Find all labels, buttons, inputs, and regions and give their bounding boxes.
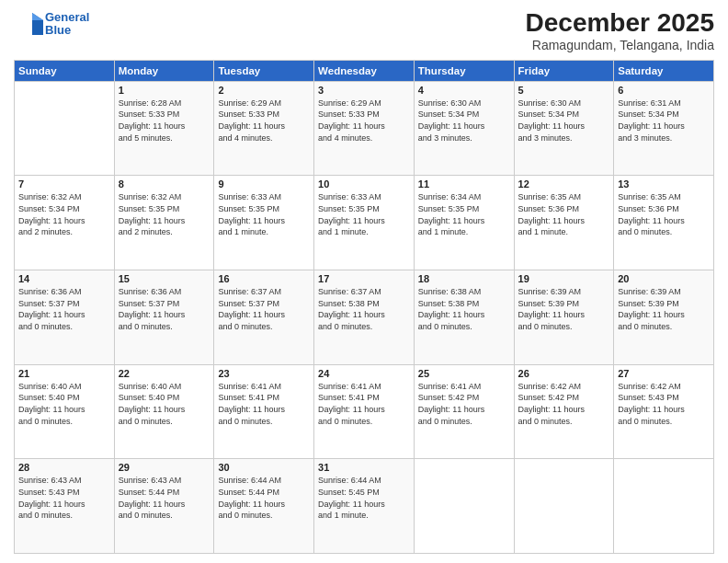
calendar-cell: 3Sunrise: 6:29 AMSunset: 5:33 PMDaylight… xyxy=(314,81,415,176)
day-number: 5 xyxy=(518,85,610,96)
calendar-cell: 2Sunrise: 6:29 AMSunset: 5:33 PMDaylight… xyxy=(214,81,314,176)
day-number: 20 xyxy=(618,273,710,284)
title-block: December 2025 Ramagundam, Telangana, Ind… xyxy=(526,9,714,52)
day-number: 29 xyxy=(119,462,210,473)
logo-icon xyxy=(14,9,43,39)
weekday-header: Wednesday xyxy=(314,60,415,81)
calendar-cell: 5Sunrise: 6:30 AMSunset: 5:34 PMDaylight… xyxy=(514,81,614,176)
calendar: SundayMondayTuesdayWednesdayThursdayFrid… xyxy=(14,60,714,554)
calendar-week-row: 1Sunrise: 6:28 AMSunset: 5:33 PMDaylight… xyxy=(15,81,714,176)
calendar-cell: 6Sunrise: 6:31 AMSunset: 5:34 PMDaylight… xyxy=(614,81,714,176)
day-info: Sunrise: 6:30 AMSunset: 5:34 PMDaylight:… xyxy=(418,98,510,144)
calendar-cell: 26Sunrise: 6:42 AMSunset: 5:42 PMDayligh… xyxy=(514,364,614,459)
calendar-week-row: 21Sunrise: 6:40 AMSunset: 5:40 PMDayligh… xyxy=(15,364,714,459)
day-number: 1 xyxy=(119,85,210,96)
day-info: Sunrise: 6:37 AMSunset: 5:37 PMDaylight:… xyxy=(218,286,310,332)
calendar-cell: 25Sunrise: 6:41 AMSunset: 5:42 PMDayligh… xyxy=(414,364,514,459)
day-number: 18 xyxy=(418,273,510,284)
weekday-header: Monday xyxy=(114,60,214,81)
day-info: Sunrise: 6:41 AMSunset: 5:41 PMDaylight:… xyxy=(218,381,310,427)
day-info: Sunrise: 6:32 AMSunset: 5:35 PMDaylight:… xyxy=(119,191,210,237)
day-info: Sunrise: 6:29 AMSunset: 5:33 PMDaylight:… xyxy=(318,98,410,144)
logo: General Blue xyxy=(14,9,89,39)
calendar-cell: 27Sunrise: 6:42 AMSunset: 5:43 PMDayligh… xyxy=(614,364,714,459)
day-info: Sunrise: 6:31 AMSunset: 5:34 PMDaylight:… xyxy=(618,98,710,144)
day-number: 2 xyxy=(218,85,310,96)
calendar-cell: 12Sunrise: 6:35 AMSunset: 5:36 PMDayligh… xyxy=(514,176,614,270)
logo-text-line1: General xyxy=(45,11,89,24)
weekday-header: Tuesday xyxy=(214,60,314,81)
day-info: Sunrise: 6:33 AMSunset: 5:35 PMDaylight:… xyxy=(218,191,310,237)
calendar-cell: 22Sunrise: 6:40 AMSunset: 5:40 PMDayligh… xyxy=(114,364,214,459)
day-info: Sunrise: 6:43 AMSunset: 5:44 PMDaylight:… xyxy=(119,475,210,521)
day-number: 25 xyxy=(418,368,510,379)
day-info: Sunrise: 6:39 AMSunset: 5:39 PMDaylight:… xyxy=(518,286,610,332)
day-number: 27 xyxy=(618,368,710,379)
day-info: Sunrise: 6:42 AMSunset: 5:43 PMDaylight:… xyxy=(618,381,710,427)
day-number: 7 xyxy=(18,178,110,190)
day-number: 26 xyxy=(518,368,610,379)
day-number: 12 xyxy=(518,178,610,190)
day-info: Sunrise: 6:39 AMSunset: 5:39 PMDaylight:… xyxy=(618,286,710,332)
logo-text-line2: Blue xyxy=(45,24,89,37)
day-number: 19 xyxy=(518,273,610,284)
day-number: 3 xyxy=(318,85,410,96)
day-info: Sunrise: 6:30 AMSunset: 5:34 PMDaylight:… xyxy=(518,98,610,144)
calendar-cell: 14Sunrise: 6:36 AMSunset: 5:37 PMDayligh… xyxy=(15,270,115,365)
day-number: 24 xyxy=(318,368,410,379)
calendar-cell: 31Sunrise: 6:44 AMSunset: 5:45 PMDayligh… xyxy=(314,459,415,554)
day-info: Sunrise: 6:36 AMSunset: 5:37 PMDaylight:… xyxy=(119,286,210,332)
calendar-week-row: 28Sunrise: 6:43 AMSunset: 5:43 PMDayligh… xyxy=(15,459,714,554)
calendar-cell: 9Sunrise: 6:33 AMSunset: 5:35 PMDaylight… xyxy=(214,176,314,270)
calendar-cell: 10Sunrise: 6:33 AMSunset: 5:35 PMDayligh… xyxy=(314,176,415,270)
calendar-cell: 8Sunrise: 6:32 AMSunset: 5:35 PMDaylight… xyxy=(114,176,214,270)
calendar-cell: 23Sunrise: 6:41 AMSunset: 5:41 PMDayligh… xyxy=(214,364,314,459)
calendar-week-row: 7Sunrise: 6:32 AMSunset: 5:34 PMDaylight… xyxy=(15,176,714,270)
calendar-cell: 20Sunrise: 6:39 AMSunset: 5:39 PMDayligh… xyxy=(614,270,714,365)
calendar-header-row: SundayMondayTuesdayWednesdayThursdayFrid… xyxy=(15,60,714,81)
weekday-header: Saturday xyxy=(614,60,714,81)
svg-marker-1 xyxy=(32,13,43,20)
location-title: Ramagundam, Telangana, India xyxy=(526,38,714,52)
calendar-cell: 11Sunrise: 6:34 AMSunset: 5:35 PMDayligh… xyxy=(414,176,514,270)
day-number: 31 xyxy=(318,462,410,473)
day-info: Sunrise: 6:44 AMSunset: 5:44 PMDaylight:… xyxy=(218,475,310,521)
day-info: Sunrise: 6:38 AMSunset: 5:38 PMDaylight:… xyxy=(418,286,510,332)
day-number: 23 xyxy=(218,368,310,379)
day-number: 22 xyxy=(119,368,210,379)
day-info: Sunrise: 6:40 AMSunset: 5:40 PMDaylight:… xyxy=(18,381,110,427)
day-info: Sunrise: 6:28 AMSunset: 5:33 PMDaylight:… xyxy=(119,98,210,144)
day-info: Sunrise: 6:36 AMSunset: 5:37 PMDaylight:… xyxy=(18,286,110,332)
calendar-cell: 19Sunrise: 6:39 AMSunset: 5:39 PMDayligh… xyxy=(514,270,614,365)
calendar-cell xyxy=(514,459,614,554)
day-info: Sunrise: 6:40 AMSunset: 5:40 PMDaylight:… xyxy=(119,381,210,427)
day-number: 21 xyxy=(18,368,110,379)
calendar-cell xyxy=(15,81,115,176)
day-number: 15 xyxy=(119,273,210,284)
day-number: 14 xyxy=(18,273,110,284)
day-number: 17 xyxy=(318,273,410,284)
calendar-week-row: 14Sunrise: 6:36 AMSunset: 5:37 PMDayligh… xyxy=(15,270,714,365)
calendar-cell: 7Sunrise: 6:32 AMSunset: 5:34 PMDaylight… xyxy=(15,176,115,270)
calendar-cell: 24Sunrise: 6:41 AMSunset: 5:41 PMDayligh… xyxy=(314,364,415,459)
calendar-cell xyxy=(614,459,714,554)
day-info: Sunrise: 6:41 AMSunset: 5:42 PMDaylight:… xyxy=(418,381,510,427)
calendar-cell: 21Sunrise: 6:40 AMSunset: 5:40 PMDayligh… xyxy=(15,364,115,459)
calendar-cell: 15Sunrise: 6:36 AMSunset: 5:37 PMDayligh… xyxy=(114,270,214,365)
day-info: Sunrise: 6:32 AMSunset: 5:34 PMDaylight:… xyxy=(18,191,110,237)
day-info: Sunrise: 6:29 AMSunset: 5:33 PMDaylight:… xyxy=(218,98,310,144)
day-info: Sunrise: 6:37 AMSunset: 5:38 PMDaylight:… xyxy=(318,286,410,332)
day-number: 13 xyxy=(618,178,710,190)
day-info: Sunrise: 6:44 AMSunset: 5:45 PMDaylight:… xyxy=(318,475,410,521)
day-info: Sunrise: 6:41 AMSunset: 5:41 PMDaylight:… xyxy=(318,381,410,427)
calendar-cell: 17Sunrise: 6:37 AMSunset: 5:38 PMDayligh… xyxy=(314,270,415,365)
weekday-header: Sunday xyxy=(15,60,115,81)
day-info: Sunrise: 6:34 AMSunset: 5:35 PMDaylight:… xyxy=(418,191,510,237)
header: General Blue December 2025 Ramagundam, T… xyxy=(14,9,714,52)
day-number: 28 xyxy=(18,462,110,473)
day-number: 6 xyxy=(618,85,710,96)
day-number: 9 xyxy=(218,178,310,190)
calendar-cell: 13Sunrise: 6:35 AMSunset: 5:36 PMDayligh… xyxy=(614,176,714,270)
day-number: 11 xyxy=(418,178,510,190)
day-number: 30 xyxy=(218,462,310,473)
